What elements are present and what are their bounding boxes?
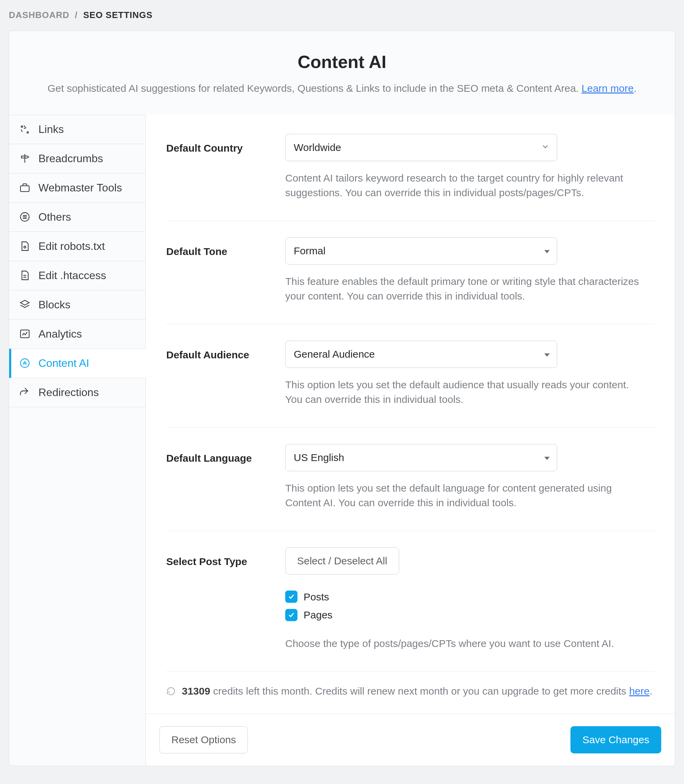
sidebar-item-links[interactable]: Links	[9, 115, 145, 144]
sidebar-item-content-ai[interactable]: Content AI	[9, 349, 146, 378]
post-type-option-pages[interactable]: Pages	[285, 608, 655, 623]
field-help: This option lets you set the default lan…	[285, 481, 645, 510]
settings-card: Content AI Get sophisticated AI suggesti…	[9, 31, 675, 766]
sidebar-item-others[interactable]: Others	[9, 203, 145, 232]
field-help: Content AI tailors keyword research to t…	[285, 171, 645, 200]
sidebar-item-label: Links	[39, 121, 64, 137]
sidebar-item-webmaster-tools[interactable]: Webmaster Tools	[9, 173, 145, 203]
sidebar-item-label: Content AI	[39, 355, 89, 371]
field-default-audience: Default Audience General Audience This o…	[166, 341, 655, 428]
sidebar-item-label: Redirections	[39, 384, 99, 400]
select-deselect-all-button[interactable]: Select / Deselect All	[285, 547, 399, 574]
post-type-option-posts[interactable]: Posts	[285, 590, 655, 605]
breadcrumb-parent[interactable]: DASHBOARD	[9, 10, 69, 20]
toolbox-icon	[19, 182, 31, 194]
sidebar-item-label: Edit .htaccess	[39, 268, 106, 283]
field-label: Default Audience	[166, 341, 272, 407]
field-select-post-type: Select Post Type Select / Deselect All P…	[166, 547, 655, 672]
default-tone-select[interactable]: Formal	[285, 237, 557, 265]
learn-more-link[interactable]: Learn more	[582, 82, 634, 94]
save-changes-button[interactable]: Save Changes	[571, 726, 661, 753]
breadcrumb: DASHBOARD / SEO SETTINGS	[9, 9, 675, 22]
sidebar-item-label: Webmaster Tools	[39, 180, 122, 195]
field-default-country: Default Country Worldwide Content AI tai…	[166, 134, 655, 221]
sidebar: Links Breadcrumbs Webmaster Tools Others…	[9, 115, 146, 766]
sidebar-item-label: Others	[39, 209, 71, 225]
credits-notice: 31309 credits left this month. Credits w…	[166, 684, 655, 714]
field-help: Choose the type of posts/pages/CPTs wher…	[285, 636, 645, 651]
svg-point-0	[21, 126, 23, 127]
credits-count: 31309	[182, 686, 210, 697]
svg-point-4	[24, 246, 26, 248]
sidebar-item-redirections[interactable]: Redirections	[9, 378, 145, 407]
field-default-language: Default Language US English This option …	[166, 444, 655, 531]
default-country-select[interactable]: Worldwide	[285, 134, 557, 161]
field-help: This feature enables the default primary…	[285, 274, 645, 303]
field-label: Select Post Type	[166, 547, 272, 651]
field-label: Default Tone	[166, 237, 272, 303]
layers-icon	[19, 298, 31, 311]
credits-here-link[interactable]: here	[629, 686, 650, 697]
sidebar-item-edit-robots[interactable]: Edit robots.txt	[9, 232, 145, 261]
reset-options-button[interactable]: Reset Options	[160, 726, 248, 753]
breadcrumb-current: SEO SETTINGS	[83, 10, 153, 20]
option-label: Posts	[303, 590, 329, 605]
sidebar-item-label: Edit robots.txt	[39, 238, 105, 254]
page-title: Content AI	[23, 49, 661, 75]
default-audience-select[interactable]: General Audience	[285, 341, 557, 368]
sidebar-item-label: Analytics	[39, 326, 82, 342]
default-language-select[interactable]: US English	[285, 444, 557, 471]
redirections-icon	[19, 386, 31, 398]
sidebar-item-edit-htaccess[interactable]: Edit .htaccess	[9, 261, 145, 290]
sidebar-item-label: Breadcrumbs	[39, 151, 103, 166]
sidebar-item-blocks[interactable]: Blocks	[9, 290, 145, 319]
sidebar-item-label: Blocks	[39, 297, 70, 313]
checkbox-checked-icon[interactable]	[285, 590, 297, 603]
list-icon	[19, 211, 31, 223]
content-panel: Default Country Worldwide Content AI tai…	[146, 115, 675, 766]
sidebar-item-breadcrumbs[interactable]: Breadcrumbs	[9, 144, 145, 173]
field-label: Default Language	[166, 444, 272, 510]
refresh-icon[interactable]	[166, 686, 176, 696]
svg-point-6	[20, 359, 29, 368]
field-label: Default Country	[166, 134, 272, 200]
checkbox-checked-icon[interactable]	[285, 609, 297, 621]
field-help: This option lets you set the default aud…	[285, 377, 645, 407]
card-header: Content AI Get sophisticated AI suggesti…	[9, 31, 675, 115]
sidebar-item-analytics[interactable]: Analytics	[9, 319, 145, 349]
links-icon	[19, 123, 31, 136]
svg-point-1	[27, 132, 28, 133]
option-label: Pages	[303, 608, 332, 623]
page-subtitle: Get sophisticated AI suggestions for rel…	[23, 81, 661, 96]
content-ai-icon	[19, 357, 31, 369]
card-footer: Reset Options Save Changes	[146, 714, 675, 766]
signpost-icon	[19, 152, 31, 165]
robots-file-icon	[19, 240, 31, 252]
field-default-tone: Default Tone Formal This feature enables…	[166, 237, 655, 324]
file-icon	[19, 269, 31, 282]
svg-rect-2	[20, 186, 29, 191]
analytics-icon	[19, 328, 31, 340]
breadcrumb-separator: /	[75, 10, 77, 20]
